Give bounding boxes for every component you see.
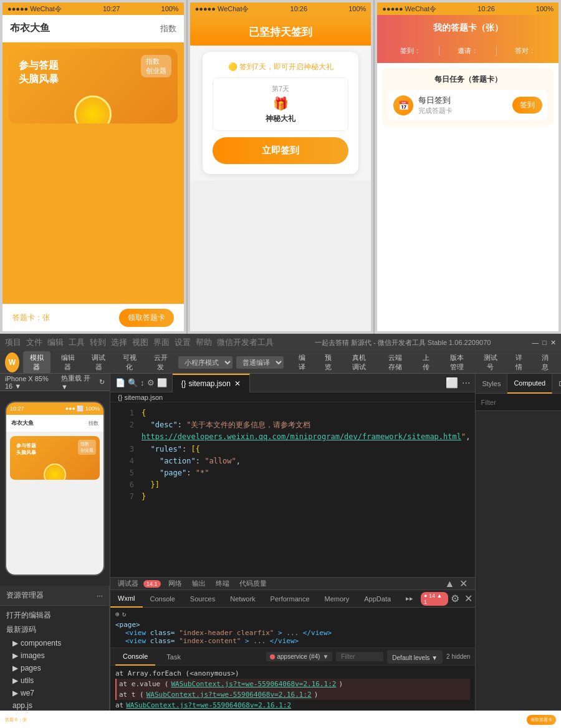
error-link-2[interactable]: WASubContext.js?t=we-559064068v=2.16.1:2 <box>146 691 312 699</box>
upload-btn[interactable]: 上传 <box>415 351 437 374</box>
panel-up-icon[interactable]: ▲ <box>445 578 455 590</box>
cloud-tab[interactable]: 云开发 <box>147 351 175 374</box>
memory-tab-btn[interactable]: Memory <box>317 590 357 608</box>
minimize-btn[interactable]: — <box>532 339 539 346</box>
phone-label[interactable]: iPhone X 85% 16 ▼ <box>5 375 57 390</box>
stat-sign: 签到： <box>387 46 434 56</box>
mini-banner: 参与答题头脑风暴 指数创业题 <box>10 436 100 480</box>
refresh-html-icon[interactable]: ↻ <box>122 610 127 618</box>
styles-tab[interactable]: Styles <box>476 374 507 394</box>
phone-screen-1: 布衣大鱼 指数 指数 创业题 参与答题 头脑风暴 答题卡：张 领取答题卡 <box>2 15 184 331</box>
compile-btn[interactable]: 编译 <box>291 351 314 374</box>
detail-btn[interactable]: 详情 <box>507 351 530 374</box>
menu-item-project[interactable]: 项目 <box>5 337 21 348</box>
nav-title-1: 布衣大鱼 <box>10 22 50 35</box>
cloud-dev-btn[interactable]: 云端存储 <box>379 351 411 374</box>
appdata-tab-btn[interactable]: AppData <box>357 590 398 608</box>
version-btn[interactable]: 版本管理 <box>441 351 473 374</box>
perf-tab-btn[interactable]: Performance <box>263 590 317 608</box>
html-line-header[interactable]: <view class= "index-header clearfix" > .… <box>115 629 470 637</box>
console-panel: Console Task appservice (#4) ▼ <box>110 648 475 714</box>
menu-item-tool[interactable]: 工具 <box>69 337 85 348</box>
task-sign-btn[interactable]: 签到 <box>512 97 542 114</box>
appservice-selector[interactable]: appservice (#4) ▼ <box>266 652 333 661</box>
folder-pages[interactable]: ▶ pages <box>0 662 109 674</box>
split-editor-icon[interactable]: ⬜ <box>446 377 458 389</box>
task-tab[interactable]: Task <box>159 648 188 666</box>
console-filter-input[interactable] <box>341 653 378 660</box>
error-link-1[interactable]: WASubContext.js?t=we-559064068v=2.16.1:2 <box>171 680 336 688</box>
title-left: 项目 文件 编辑 工具 转到 选择 视图 界面 设置 帮助 微信开发者工具 <box>5 337 274 348</box>
debug-tab[interactable]: 调试器 <box>85 351 112 374</box>
code-editor[interactable]: 1 { 2 "desc": "关于本文件的更多信息，请参考文档 https://… <box>110 402 475 577</box>
file-sidebar: 资源管理器 ··· 打开的编辑器 最新源码 ▶ components <box>0 586 110 714</box>
more-icon[interactable]: ··· <box>462 377 470 389</box>
search-icon[interactable]: 🔍 <box>128 378 138 387</box>
code-review-tab-btn[interactable]: 代码质量 <box>234 579 272 588</box>
sign-title: 已坚持天签到 <box>196 25 365 39</box>
sign-btn[interactable]: 立即签到 <box>213 137 349 164</box>
simulator-tab[interactable]: 模拟器 <box>23 351 50 374</box>
new-file-icon[interactable]: 📄 <box>115 378 125 387</box>
network-tab-btn[interactable]: 网络 <box>163 579 187 588</box>
inspector-tabs: Styles Computed Dataset Component Data <box>476 374 561 394</box>
close-tab-icon[interactable]: ✕ <box>234 379 241 388</box>
test-btn[interactable]: 测试号 <box>477 351 504 374</box>
menu-item-wechat-tools[interactable]: 微信开发者工具 <box>217 337 274 348</box>
emit-tab-btn[interactable]: 输出 <box>187 579 211 588</box>
menu-item-view[interactable]: 视图 <box>132 337 148 348</box>
menu-item-edit[interactable]: 编辑 <box>47 337 64 348</box>
tab-sitemap[interactable]: {} sitemap.json ✕ <box>173 374 250 392</box>
log-level-select[interactable]: Default levels ▼ <box>387 650 443 664</box>
menu-item-help[interactable]: 帮助 <box>196 337 212 348</box>
more-tabs-btn[interactable]: ▸▸ <box>398 590 421 608</box>
split-icon[interactable]: ⬜ <box>157 378 167 387</box>
replace-icon[interactable]: ↕ <box>140 378 145 387</box>
compile-select[interactable]: 普通编译 <box>236 356 284 369</box>
console-tab[interactable]: Console <box>115 648 155 666</box>
menu-item-file[interactable]: 文件 <box>26 337 42 348</box>
editor-tab[interactable]: 编辑器 <box>54 351 82 374</box>
quiz-banner-1[interactable]: 指数 创业题 参与答题 头脑风暴 <box>9 49 178 124</box>
terminal-tab-btn[interactable]: 终端 <box>211 579 234 588</box>
visualize-tab[interactable]: 可视化 <box>116 351 143 374</box>
filter-icon[interactable]: ⚙ <box>147 378 155 387</box>
folder-components[interactable]: ▶ components <box>0 637 109 649</box>
hot-reload-label[interactable]: 热重载 开▼ <box>61 374 92 391</box>
network-tab-btn2[interactable]: Network <box>223 590 262 608</box>
sidebar-menu-icon[interactable]: ··· <box>97 591 103 600</box>
maximize-btn[interactable]: □ <box>542 339 547 346</box>
filter-input[interactable] <box>481 399 561 406</box>
preview-btn[interactable]: 预览 <box>317 351 339 374</box>
settings-icon[interactable]: ⚙ <box>451 593 459 604</box>
appservice-dot <box>270 654 275 659</box>
file-app-js[interactable]: app.js <box>0 699 109 712</box>
wechat-label-1: ●●●●● WeChat令 <box>7 4 62 14</box>
folder-images[interactable]: ▶ images <box>0 649 109 662</box>
html-line-content[interactable]: <view class= "index-content" > ... </vie… <box>115 637 470 645</box>
menu-item-settings[interactable]: 设置 <box>175 337 191 348</box>
menu-item-interface[interactable]: 界面 <box>153 337 170 348</box>
console-line-2: at e.value ( WASubContext.js?t=we-559064… <box>115 679 470 689</box>
msg-btn[interactable]: 消息 <box>534 351 556 374</box>
wxml-tab[interactable]: Wxml <box>110 590 143 608</box>
refresh-icon[interactable]: ↻ <box>99 378 105 386</box>
error-link-3[interactable]: WASubContext.js?t=we-559064068v=2.16.1:2 <box>126 701 291 709</box>
panel-close2-icon[interactable]: ✕ <box>464 593 472 604</box>
console-toolbar: Console Task appservice (#4) ▼ <box>110 648 475 666</box>
sources-tab-btn[interactable]: Sources <box>183 590 223 608</box>
panel-close-icon[interactable]: ✕ <box>459 578 467 590</box>
appservice-arrow: ▼ <box>322 653 328 660</box>
get-card-btn-1[interactable]: 领取答题卡 <box>119 309 174 327</box>
real-debug-btn[interactable]: 真机调试 <box>343 351 375 374</box>
folder-we7[interactable]: ▶ we7 <box>0 687 109 699</box>
console-tab-btn[interactable]: Console <box>143 590 183 608</box>
menu-item-find[interactable]: 转到 <box>90 337 106 348</box>
dataset-tab[interactable]: Dataset <box>552 374 561 394</box>
computed-tab[interactable]: Computed <box>507 374 552 394</box>
mode-select[interactable]: 小程序模式 <box>178 356 233 369</box>
folder-utils[interactable]: ▶ utils <box>0 674 109 687</box>
menu-item-select[interactable]: 选择 <box>111 337 127 348</box>
close-btn[interactable]: ✕ <box>550 339 556 347</box>
select-element-icon[interactable]: ⊕ <box>115 610 120 618</box>
